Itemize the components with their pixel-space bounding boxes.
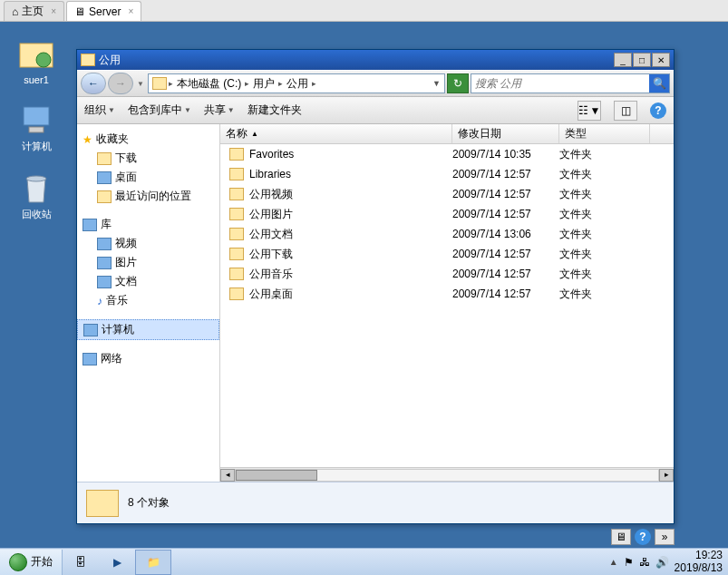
system-tray: ▲ ⚑ 🖧 🔊 19:23 2019/8/13: [609, 550, 728, 573]
breadcrumb-arrow[interactable]: ▸: [169, 79, 173, 88]
tab-label: Server: [89, 5, 121, 18]
table-row[interactable]: 公用视频2009/7/14 12:57文件夹: [220, 184, 674, 204]
desktop-icon-recycle[interactable]: 回收站: [9, 170, 63, 221]
table-row[interactable]: 公用文档2009/7/14 13:06文件夹: [220, 224, 674, 244]
maximize-button[interactable]: □: [633, 53, 651, 67]
file-rows: Favorites2009/7/14 10:35文件夹Libraries2009…: [220, 144, 674, 467]
scroll-track[interactable]: [235, 469, 659, 482]
network-icon: [83, 353, 97, 365]
column-name[interactable]: 名称 ▲: [220, 124, 452, 143]
nav-pictures[interactable]: 图片: [77, 253, 219, 272]
folder-icon: [97, 152, 112, 165]
file-modified: 2009/7/14 13:06: [452, 228, 559, 240]
file-name: 公用图片: [249, 207, 293, 222]
documents-icon: [97, 276, 112, 288]
file-type: 文件夹: [559, 247, 650, 262]
breadcrumb-arrow[interactable]: ▸: [312, 79, 316, 88]
browser-tab-server[interactable]: 🖥 Server ×: [66, 1, 141, 21]
desktop-icon-user[interactable]: suer1: [9, 36, 63, 85]
taskbar-explorer[interactable]: 📁: [135, 550, 171, 575]
tray-flag-icon[interactable]: ⚑: [624, 556, 634, 569]
table-row[interactable]: 公用图片2009/7/14 12:57文件夹: [220, 204, 674, 224]
windows-taskbar: 开始 🗄 ▶ 📁 ▲ ⚑ 🖧 🔊 19:23 2019/8/13: [0, 548, 728, 575]
refresh-button[interactable]: ↻: [447, 73, 469, 93]
browser-tab-home[interactable]: ⌂ 主页 ×: [4, 1, 64, 21]
recent-icon: [97, 190, 112, 203]
scroll-left-button[interactable]: ◂: [220, 469, 235, 482]
svg-point-4: [26, 176, 46, 181]
nav-music[interactable]: ♪音乐: [77, 291, 219, 310]
folder-icon: [229, 288, 244, 300]
table-row[interactable]: 公用桌面2009/7/14 12:57文件夹: [220, 284, 674, 304]
table-row[interactable]: 公用下载2009/7/14 12:57文件夹: [220, 244, 674, 264]
new-folder-button[interactable]: 新建文件夹: [248, 102, 302, 118]
nav-favorites-header[interactable]: ★收藏夹: [77, 130, 219, 149]
preview-pane-button[interactable]: ◫: [614, 101, 637, 121]
column-headers: 名称 ▲ 修改日期 类型: [220, 124, 674, 144]
tray-show-hidden[interactable]: ▲: [609, 557, 618, 567]
back-button[interactable]: ←: [81, 73, 106, 94]
tray-network-icon[interactable]: 🖧: [639, 556, 650, 569]
taskbar-clock[interactable]: 19:23 2019/8/13: [675, 550, 723, 573]
forward-button[interactable]: →: [108, 73, 133, 94]
file-type: 文件夹: [559, 287, 650, 302]
taskbar-powershell[interactable]: ▶: [99, 550, 135, 575]
scroll-thumb[interactable]: [236, 470, 317, 481]
desktop-icon-computer[interactable]: 计算机: [9, 102, 63, 153]
breadcrumb-seg[interactable]: 用户: [251, 76, 277, 92]
svg-point-1: [36, 53, 51, 67]
navigation-pane: ★收藏夹 下载 桌面 最近访问的位置 库 视频 图片 文档 ♪音乐 计算机 网络: [77, 124, 220, 482]
organize-button[interactable]: 组织▼: [84, 102, 115, 118]
include-in-library-button[interactable]: 包含到库中▼: [128, 102, 191, 118]
search-input[interactable]: [471, 77, 649, 90]
nav-history-dropdown[interactable]: ▼: [135, 80, 146, 88]
start-button[interactable]: 开始: [0, 550, 63, 575]
search-box[interactable]: 🔍: [471, 73, 670, 93]
file-modified: 2009/7/14 12:57: [452, 208, 559, 220]
column-type[interactable]: 类型: [559, 124, 650, 143]
host-help-button[interactable]: ?: [635, 529, 651, 545]
scroll-right-button[interactable]: ▸: [659, 469, 674, 482]
close-icon[interactable]: ×: [51, 6, 56, 16]
nav-desktop[interactable]: 桌面: [77, 168, 219, 187]
host-sys-button[interactable]: 🖥: [611, 529, 631, 545]
folder-icon: [229, 228, 244, 240]
breadcrumb-arrow[interactable]: ▸: [245, 79, 249, 88]
table-row[interactable]: 公用音乐2009/7/14 12:57文件夹: [220, 264, 674, 284]
nav-network[interactable]: 网络: [77, 349, 219, 368]
address-bar[interactable]: ▸ 本地磁盘 (C:) ▸ 用户 ▸ 公用 ▸ ▼: [148, 73, 445, 93]
table-row[interactable]: Favorites2009/7/14 10:35文件夹: [220, 144, 674, 164]
share-button[interactable]: 共享▼: [204, 102, 235, 118]
close-icon[interactable]: ×: [128, 6, 133, 16]
horizontal-scrollbar[interactable]: ◂ ▸: [220, 467, 674, 482]
nav-computer[interactable]: 计算机: [77, 319, 219, 340]
nav-downloads[interactable]: 下载: [77, 149, 219, 168]
nav-recent[interactable]: 最近访问的位置: [77, 187, 219, 206]
clock-time: 19:23: [675, 550, 723, 561]
breadcrumb-arrow[interactable]: ▸: [278, 79, 283, 88]
taskbar-server-manager[interactable]: 🗄: [63, 550, 99, 575]
nav-videos[interactable]: 视频: [77, 234, 219, 253]
file-type: 文件夹: [559, 147, 650, 162]
nav-libraries-header[interactable]: 库: [77, 215, 219, 234]
tray-volume-icon[interactable]: 🔊: [655, 556, 669, 569]
svg-rect-3: [29, 127, 44, 132]
host-expand-button[interactable]: »: [655, 529, 675, 545]
breadcrumb-seg[interactable]: 本地磁盘 (C:): [175, 76, 243, 92]
close-button[interactable]: ✕: [652, 53, 670, 67]
file-modified: 2009/7/14 12:57: [452, 168, 559, 180]
help-button[interactable]: ?: [650, 102, 666, 119]
table-row[interactable]: Libraries2009/7/14 12:57文件夹: [220, 164, 674, 184]
nav-documents[interactable]: 文档: [77, 272, 219, 291]
search-button[interactable]: 🔍: [649, 74, 669, 93]
command-toolbar: 组织▼ 包含到库中▼ 共享▼ 新建文件夹 ☷▼ ◫ ?: [77, 97, 674, 124]
breadcrumb-seg[interactable]: 公用: [285, 76, 310, 92]
host-browser-tabs: ⌂ 主页 × 🖥 Server ×: [0, 0, 728, 22]
libraries-icon: [83, 219, 97, 231]
address-dropdown[interactable]: ▼: [432, 79, 441, 88]
minimize-button[interactable]: _: [614, 53, 632, 67]
view-button[interactable]: ☷▼: [578, 101, 601, 121]
file-name: 公用桌面: [249, 287, 293, 302]
column-modified[interactable]: 修改日期: [452, 124, 559, 143]
window-titlebar[interactable]: 公用 _ □ ✕: [77, 50, 674, 70]
